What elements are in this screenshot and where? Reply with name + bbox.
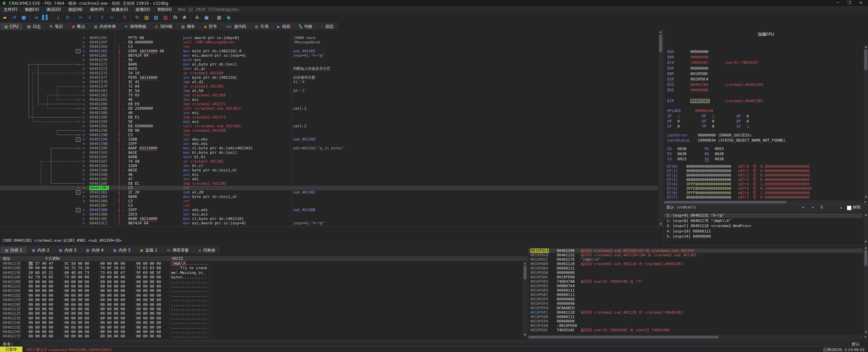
instruction-address[interactable]: 004013AE: [90, 177, 107, 181]
disasm-row[interactable]: ●004013A5.84DBtest bl,bl: [0, 155, 658, 159]
breakpoint-dot[interactable]: ●: [83, 115, 84, 119]
registers-vscrollbar[interactable]: ▲▼: [864, 45, 868, 200]
stack-row[interactable]: 0019FE0400000000: [528, 319, 863, 323]
minimize-button[interactable]: ─: [832, 0, 844, 6]
dump-hex-group[interactable]: 00 00 00 00: [136, 298, 161, 302]
dump-hex-group[interactable]: 00 00 00 00: [28, 316, 53, 320]
breakpoint-dot[interactable]: ●: [83, 159, 84, 164]
breakpoint-dot[interactable]: ●: [83, 40, 84, 44]
stack-address[interactable]: 0019FDEC: [530, 293, 548, 297]
disasm-row[interactable]: ●→004013B1└.C3ret: [0, 186, 658, 190]
disasm-row[interactable]: ●00401386.ˆEB E9jmp crackme2.401371: [0, 102, 658, 106]
dump-tab-结构体[interactable]: ◈结构体: [194, 246, 220, 254]
stack-row[interactable]: 0019FDF000000066: [528, 297, 863, 301]
dump-ascii[interactable]: ................: [171, 320, 207, 325]
dump-address[interactable]: 0040225E: [3, 325, 21, 330]
instruction-address[interactable]: 00401391: [90, 124, 107, 128]
dump-hex-group[interactable]: 00 00 00 00: [100, 307, 125, 311]
disasm-row[interactable]: ●00401370.56push esi: [0, 58, 658, 62]
dump-address[interactable]: 004021DE: [3, 289, 21, 293]
dump-row[interactable]: 004021FE00 00 00 0000 00 00 0000 00 00 0…: [0, 298, 522, 302]
dump-tab-局部变量[interactable]: ▭局部变量: [162, 246, 193, 254]
instruction-address[interactable]: 0040135F: [90, 40, 107, 44]
stack-value[interactable]: DCBAABCD: [557, 306, 575, 310]
args-scrollbar[interactable]: ▲▼: [864, 213, 868, 244]
tab-笔记[interactable]: ✎笔记: [45, 23, 67, 30]
dump-row[interactable]: 0040221E00 00 00 0000 00 00 0000 00 00 0…: [0, 307, 522, 311]
st-register-name[interactable]: ST(4): [667, 182, 678, 186]
instruction-address[interactable]: 00401399: [90, 137, 107, 142]
instruction-address[interactable]: 004013B4: [90, 194, 107, 199]
disasm-row[interactable]: −●004013B2┌.2C 20sub al,20sub_4013B2: [0, 190, 658, 194]
disasm-row[interactable]: ●→00401388.E8 25000000call <crackme2.sub…: [0, 106, 658, 111]
register-name[interactable]: EDI: [667, 88, 674, 92]
register-value[interactable]: 00000006: [690, 88, 708, 92]
tab-SEH链[interactable]: ⚠SEH链: [151, 23, 177, 30]
stack-row[interactable]: 0019FDE4000B0764: [528, 284, 863, 288]
st-register-value[interactable]: 00000000000000000000: [686, 195, 731, 200]
stack-hscrollbar[interactable]: [528, 335, 863, 339]
stack-row[interactable]: 0019FDF400000000: [528, 301, 863, 306]
dump-hex-group[interactable]: 00 00 00 00: [100, 261, 125, 266]
st-register-name[interactable]: ST(0): [667, 164, 678, 169]
register-name[interactable]: EBX: [667, 55, 674, 59]
instruction-address[interactable]: 004013BA: [90, 212, 107, 217]
dump-tab-内存 2[interactable]: ▦内存 2: [27, 246, 54, 254]
breakpoint-dot[interactable]: ●: [83, 172, 84, 177]
dump-hex-group[interactable]: 00 00 00 00: [136, 293, 161, 298]
segment-name[interactable]: CS: [667, 157, 672, 161]
disasm-row[interactable]: ●0040136C.8B7424 04mov esi,dword ptr ss:…: [0, 53, 658, 58]
flag-value[interactable]: 1: [747, 124, 749, 129]
stack-value[interactable]: 00000111: [557, 293, 575, 297]
stack-address[interactable]: 0019FDDC: [530, 275, 548, 279]
stack-address[interactable]: 0019FDD0: [530, 262, 548, 266]
stack-address[interactable]: 0019FDE8: [530, 288, 548, 293]
instruction-address[interactable]: 00401385: [90, 97, 107, 102]
breakpoint-dot[interactable]: ●: [83, 150, 84, 155]
st-register-value[interactable]: 00000000000000000000: [686, 169, 731, 173]
dump-address[interactable]: 0040223E: [3, 316, 21, 320]
dump-ascii[interactable]: ................: [171, 307, 207, 311]
dump-hex-group[interactable]: 00 00 00 00: [28, 293, 53, 298]
menu-item-4[interactable]: 插件(P): [86, 6, 108, 13]
segment-name[interactable]: FS: [705, 147, 709, 151]
dump-hex-group[interactable]: 00 00 00 00: [64, 334, 89, 338]
disasm-row[interactable]: ●00401381.3C 5Acmp al,5A5A:'Z': [0, 89, 658, 93]
stack-address[interactable]: 0019FE00: [530, 315, 548, 319]
instruction-address[interactable]: 004013A7: [90, 159, 107, 164]
st-register-name[interactable]: ST(5): [667, 186, 678, 191]
breakpoint-dot[interactable]: ●: [83, 97, 84, 102]
breakpoint-dot[interactable]: ●: [83, 49, 84, 53]
stack-row[interactable]: 0019FDD000401128返回到 crackme2.sub_401128 …: [528, 262, 863, 266]
dump-hex-group[interactable]: 00 00 00 00: [136, 330, 161, 334]
register-value[interactable]: 00000000: [690, 55, 708, 59]
dump-row[interactable]: 0040222E00 00 00 0000 00 00 0000 00 00 0…: [0, 311, 522, 316]
instruction-address[interactable]: 0040137F: [90, 84, 107, 89]
stack-address[interactable]: 0019FDE0: [530, 279, 548, 284]
breakpoint-dot[interactable]: ●: [83, 221, 84, 225]
breakpoint-dot[interactable]: ●: [83, 58, 84, 62]
step-out-icon[interactable]: ⇓: [86, 14, 94, 21]
flag-value[interactable]: 0: [747, 114, 749, 118]
dump-hex-group[interactable]: 00 00 00 00: [28, 298, 53, 302]
dump-hex-group[interactable]: 00 00 00 00: [28, 320, 53, 325]
instruction-address[interactable]: 0040138E: [90, 115, 107, 119]
instruction-address[interactable]: 004013B2: [90, 190, 107, 194]
stack-row[interactable]: 0019FDE800000111: [528, 288, 863, 293]
dump-hex-group[interactable]: 00 00 00 00: [100, 330, 125, 334]
dump-hex-group[interactable]: 00 00 00 00: [64, 302, 89, 307]
dump-hex-group[interactable]: 00 00 00 00: [28, 266, 53, 270]
instruction-address[interactable]: 004013B6: [90, 199, 107, 203]
instruction-address[interactable]: 00401373: [90, 67, 107, 71]
dump-ascii[interactable]: ................: [171, 289, 207, 293]
stack-row[interactable]: 0019FDDC0019FE08: [528, 275, 863, 279]
dump-ascii[interactable]: ................: [171, 280, 207, 284]
dump-address[interactable]: 0040226E: [3, 330, 21, 334]
stack-address[interactable]: 0019FDF8: [530, 306, 548, 310]
calling-convention-select[interactable]: 默认 (stdcall): [667, 204, 696, 211]
dump-tab-内存 3[interactable]: ▦内存 3: [55, 246, 81, 254]
stack-value[interactable]: 00000066: [557, 297, 575, 301]
disasm-row[interactable]: ●0040138E.ˆEB E1jmp crackme2.401371: [0, 115, 658, 119]
stack-row[interactable]: 0019FDCC0040217E"|W@G\\X": [528, 257, 863, 262]
instruction-address[interactable]: 004013B1: [90, 186, 109, 190]
